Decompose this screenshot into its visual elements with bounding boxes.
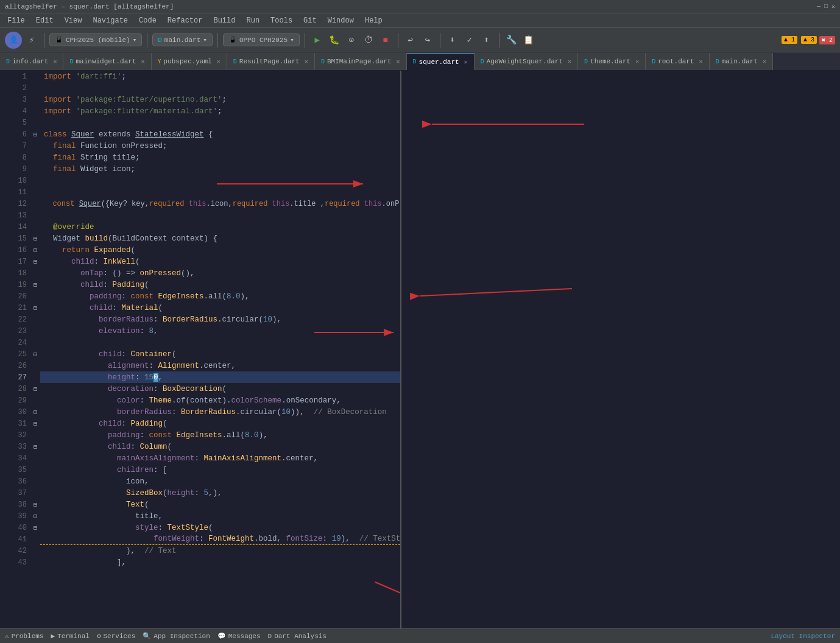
device-selector[interactable]: 📱 CPH2025 (mobile) ▾ bbox=[49, 33, 142, 46]
menu-code[interactable]: Code bbox=[134, 15, 161, 26]
status-services[interactable]: ⚙ Services bbox=[97, 632, 135, 640]
warning-badge-1[interactable]: ▲ 1 bbox=[782, 36, 797, 44]
tab-close-info[interactable]: ✕ bbox=[53, 58, 57, 65]
fold-15[interactable]: ⊟ bbox=[30, 233, 40, 244]
fold-16[interactable]: ⊟ bbox=[30, 244, 40, 256]
code-line-4[interactable]: import 'package:flutter/material.dart'; bbox=[40, 105, 400, 117]
tab-bmimainpage-dart[interactable]: D BMIMainPage.dart ✕ bbox=[315, 53, 407, 70]
maximize-btn[interactable]: □ bbox=[824, 3, 828, 10]
tab-close-resultpage[interactable]: ✕ bbox=[305, 58, 308, 65]
code-line-5[interactable] bbox=[40, 117, 400, 128]
code-line-21[interactable]: child: Material( bbox=[40, 302, 400, 314]
fold-21[interactable]: ⊟ bbox=[30, 302, 40, 314]
window-controls[interactable]: — □ ✕ bbox=[817, 3, 835, 10]
tab-close-main[interactable]: ✕ bbox=[763, 58, 766, 65]
status-app-inspection[interactable]: 🔍 App Inspection bbox=[143, 632, 210, 640]
menu-refactor[interactable]: Refactor bbox=[163, 15, 208, 26]
code-line-1[interactable]: import 'dart:ffi'; bbox=[40, 71, 400, 82]
sdk-manager-btn[interactable]: 🔧 bbox=[504, 33, 519, 47]
tab-close-ageweight[interactable]: ✕ bbox=[568, 58, 571, 65]
code-line-26[interactable]: alignment: Alignment.center, bbox=[40, 360, 400, 371]
fold-6[interactable]: ⊟ bbox=[30, 128, 40, 140]
code-line-20[interactable]: padding: const EdgeInsets.all(8.0), bbox=[40, 290, 400, 302]
code-line-15[interactable]: Widget build(BuildContext context) { bbox=[40, 233, 400, 244]
code-line-32[interactable]: padding: const EdgeInsets.all(8.0), bbox=[40, 429, 400, 441]
close-btn[interactable]: ✕ bbox=[831, 3, 835, 10]
run-btn[interactable]: ▶ bbox=[310, 33, 325, 47]
fold-38[interactable]: ⊟ bbox=[30, 499, 40, 510]
code-line-43[interactable]: ], bbox=[40, 557, 400, 568]
tab-resultpage-dart[interactable]: D ResultPage.dart ✕ bbox=[227, 53, 315, 70]
code-line-7[interactable]: final Function onPressed; bbox=[40, 140, 400, 152]
code-line-30[interactable]: borderRadius: BorderRadius.circular(10))… bbox=[40, 406, 400, 418]
tab-close-pubspec[interactable]: ✕ bbox=[217, 58, 221, 65]
fold-40[interactable]: ⊟ bbox=[30, 522, 40, 533]
code-line-3[interactable]: import 'package:flutter/cupertino.dart'; bbox=[40, 94, 400, 105]
tab-mainwidget-dart[interactable]: D mainwidget.dart ✕ bbox=[63, 53, 151, 70]
code-line-11[interactable] bbox=[40, 186, 400, 198]
status-layout-inspector[interactable]: Layout Inspector bbox=[771, 633, 835, 640]
menu-build[interactable]: Build bbox=[208, 15, 240, 26]
code-line-40[interactable]: style: TextStyle( bbox=[40, 522, 400, 533]
code-line-27[interactable]: height: 150, bbox=[40, 371, 400, 383]
menu-help[interactable]: Help bbox=[360, 15, 387, 26]
tab-close-bmimain[interactable]: ✕ bbox=[397, 58, 400, 65]
git-update-btn[interactable]: ⬇ bbox=[445, 33, 460, 47]
code-line-37[interactable]: SizedBox(height: 5,), bbox=[40, 487, 400, 499]
warning-badge-3[interactable]: ▲ 3 bbox=[801, 36, 817, 44]
code-line-9[interactable]: final Widget icon; bbox=[40, 163, 400, 175]
menu-edit[interactable]: Edit bbox=[31, 15, 58, 26]
menu-view[interactable]: View bbox=[60, 15, 87, 26]
status-messages[interactable]: 💬 Messages bbox=[217, 632, 261, 640]
code-line-34[interactable]: mainAxisAlignment: MainAxisAlignment.cen… bbox=[40, 452, 400, 464]
file-selector[interactable]: D main.dart ▾ bbox=[152, 33, 213, 46]
fold-28[interactable]: ⊟ bbox=[30, 383, 40, 395]
code-line-28[interactable]: decoration: BoxDecoration( bbox=[40, 383, 400, 395]
device-manager-btn[interactable]: 📋 bbox=[521, 33, 536, 47]
code-line-25[interactable]: child: Container( bbox=[40, 348, 400, 360]
code-line-6[interactable]: class Squer extends StatelessWidget { bbox=[40, 128, 400, 140]
tab-info-dart[interactable]: D info.dart ✕ bbox=[0, 53, 63, 70]
fold-30[interactable]: ⊟ bbox=[30, 406, 40, 418]
code-line-17[interactable]: child: InkWell( bbox=[40, 256, 400, 267]
code-line-10[interactable] bbox=[40, 175, 400, 186]
code-line-2[interactable] bbox=[40, 82, 400, 94]
menu-run[interactable]: Run bbox=[241, 15, 264, 26]
menu-git[interactable]: Git bbox=[298, 15, 322, 26]
undo-btn[interactable]: ↩ bbox=[403, 33, 418, 47]
code-line-41[interactable]: fontWeight: FontWeight.bold, fontSize: 1… bbox=[40, 533, 400, 545]
git-commit-btn[interactable]: ✓ bbox=[462, 33, 477, 47]
tab-close-squer[interactable]: ✕ bbox=[464, 58, 468, 66]
tab-close-theme[interactable]: ✕ bbox=[635, 58, 639, 65]
fold-17[interactable]: ⊟ bbox=[30, 256, 40, 267]
code-line-22[interactable]: borderRadius: BorderRadius.circular(10), bbox=[40, 314, 400, 325]
code-line-36[interactable]: icon, bbox=[40, 476, 400, 487]
code-line-13[interactable] bbox=[40, 209, 400, 221]
tab-close-mainwidget[interactable]: ✕ bbox=[141, 58, 145, 65]
tab-close-root[interactable]: ✕ bbox=[699, 58, 703, 65]
code-line-24[interactable] bbox=[40, 337, 400, 348]
fold-25[interactable]: ⊟ bbox=[30, 348, 40, 360]
menu-file[interactable]: File bbox=[2, 15, 30, 26]
code-line-39[interactable]: title, bbox=[40, 510, 400, 522]
code-line-23[interactable]: elevation: 8, bbox=[40, 325, 400, 337]
tab-root-dart[interactable]: D root.dart ✕ bbox=[646, 53, 709, 70]
minimize-btn[interactable]: — bbox=[817, 3, 821, 10]
code-line-12[interactable]: const Squer({Key? key,required this.icon… bbox=[40, 198, 400, 209]
status-terminal[interactable]: ▶ Terminal bbox=[51, 632, 89, 640]
tab-ageweightsquer-dart[interactable]: D AgeWeightSquer.dart ✕ bbox=[475, 53, 578, 70]
menu-navigate[interactable]: Navigate bbox=[88, 15, 133, 26]
redo-btn[interactable]: ↪ bbox=[420, 33, 435, 47]
code-line-14[interactable]: @override bbox=[40, 221, 400, 233]
debug-btn[interactable]: 🐛 bbox=[327, 33, 342, 47]
code-editor[interactable]: import 'dart:ffi'; import 'package:flutt… bbox=[40, 71, 400, 628]
git-push-btn[interactable]: ⬆ bbox=[479, 33, 494, 47]
code-line-16[interactable]: return Expanded( bbox=[40, 244, 400, 256]
tab-squer-dart[interactable]: D squer.dart ✕ bbox=[407, 53, 475, 70]
tab-pubspec-yaml[interactable]: Y pubspec.yaml ✕ bbox=[152, 53, 227, 70]
code-line-19[interactable]: child: Padding( bbox=[40, 279, 400, 290]
target-selector[interactable]: 📱 OPPO CPH2025 ▾ bbox=[223, 33, 300, 46]
code-line-33[interactable]: child: Column( bbox=[40, 441, 400, 452]
tab-main-dart[interactable]: D main.dart ✕ bbox=[710, 53, 773, 70]
fold-19[interactable]: ⊟ bbox=[30, 279, 40, 290]
